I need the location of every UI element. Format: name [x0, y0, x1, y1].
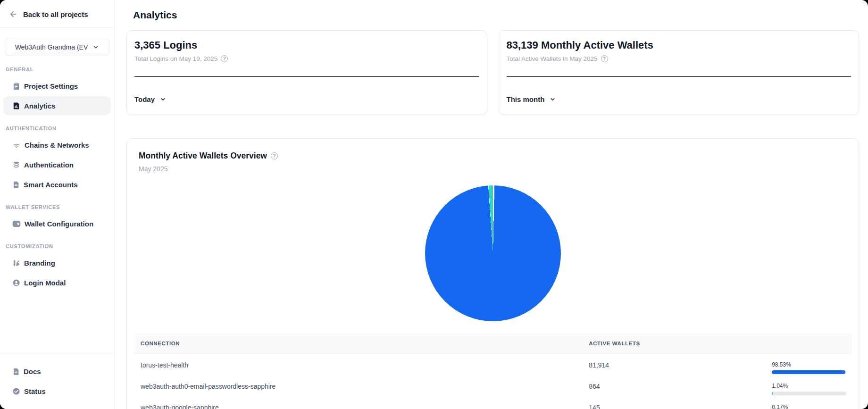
active-wallets-range-value: This month — [507, 95, 545, 103]
web3auth-dashboard-window: Back to all projects Web3Auth Grandma (E… — [0, 0, 868, 409]
sidebar-item-label: Authentication — [24, 161, 74, 169]
percent-bar-track — [772, 392, 846, 395]
sidebar-item-status[interactable]: Status — [3, 382, 111, 401]
sidebar-item-label: Chains & Networks — [25, 141, 89, 149]
check-circle-icon — [12, 387, 20, 395]
connections-table: CONNECTION ACTIVE WALLETS torus-test-hea… — [134, 333, 851, 409]
percent-label: 1.04% — [772, 383, 846, 389]
chevron-down-icon — [160, 96, 166, 102]
help-icon[interactable]: ? — [221, 55, 228, 62]
sidebar-item-label: Docs — [24, 367, 41, 376]
back-to-projects-link[interactable]: Back to all projects — [0, 0, 114, 28]
percent-bar-fill — [772, 370, 845, 374]
table-header-row: CONNECTION ACTIVE WALLETS — [134, 333, 851, 354]
sidebar: Back to all projects Web3Auth Grandma (E… — [0, 0, 115, 409]
sidebar-item-project-settings[interactable]: Project Settings — [3, 76, 111, 95]
connection-name: web3auth-auth0-email-passwordless-sapphi… — [134, 383, 589, 390]
sidebar-item-label: Smart Accounts — [24, 181, 77, 189]
table-row: web3auth-auth0-email-passwordless-sapphi… — [134, 376, 851, 397]
active-wallets-metric-card: 83,139 Monthly Active Wallets Total Acti… — [499, 30, 860, 115]
active-wallets-count: 864 — [589, 383, 772, 390]
project-selector-dropdown[interactable]: Web3Auth Grandma (EV — [5, 38, 109, 56]
sidebar-item-label: Wallet Configuration — [25, 220, 93, 228]
active-wallets-pie-chart — [425, 185, 561, 321]
section-label-authentication: AUTHENTICATION — [6, 125, 108, 131]
section-label-customization: CUSTOMIZATION — [6, 243, 108, 249]
sidebar-nav: GENERAL Project Settings Analytics AUTHE… — [0, 56, 114, 354]
help-icon[interactable]: ? — [601, 55, 608, 62]
connection-name: torus-test-health — [134, 361, 589, 369]
chart-title: Monthly Active Wallets Overview — [139, 151, 267, 161]
database-icon — [12, 161, 20, 169]
sidebar-item-docs[interactable]: Docs — [3, 362, 111, 381]
docs-icon — [12, 367, 20, 376]
help-icon[interactable]: ? — [271, 152, 278, 159]
sidebar-item-label: Project Settings — [24, 82, 78, 90]
section-label-general: GENERAL — [6, 67, 108, 72]
active-wallets-count: 145 — [589, 404, 772, 409]
column-header-connection: CONNECTION — [134, 341, 589, 346]
percent-label: 98.53% — [772, 361, 846, 368]
monthly-active-wallets-overview-card: Monthly Active Wallets Overview ? May 20… — [126, 138, 859, 409]
section-label-wallet-services: WALLET SERVICES — [6, 204, 108, 210]
branding-paint-icon — [12, 259, 20, 267]
table-row: web3auth-google-sapphire 145 0.17% — [134, 397, 851, 409]
connection-name: web3auth-google-sapphire — [134, 404, 589, 409]
sidebar-item-chains-networks[interactable]: Chains & Networks — [3, 135, 111, 154]
logins-range-value: Today — [134, 95, 155, 103]
wifi-icon — [12, 141, 21, 149]
sidebar-item-smart-accounts[interactable]: Smart Accounts — [3, 175, 111, 194]
chevron-down-icon — [92, 44, 99, 50]
sidebar-item-label: Branding — [24, 259, 55, 267]
sidebar-item-login-modal[interactable]: Login Modal — [3, 273, 111, 292]
project-selector-value: Web3Auth Grandma (EV — [15, 43, 88, 51]
sidebar-item-wallet-configuration[interactable]: Wallet Configuration — [3, 214, 111, 233]
logins-range-dropdown[interactable]: Today — [134, 95, 166, 103]
chart-period-label: May 2025 — [139, 165, 851, 173]
user-circle-icon — [12, 279, 20, 287]
logins-metric-card: 3,365 Logins Total Logins on May 19, 202… — [126, 30, 487, 115]
metric-cards-row: 3,365 Logins Total Logins on May 19, 202… — [126, 30, 859, 115]
percent-bar-track — [772, 370, 846, 374]
active-wallets-metric-subtitle: Total Active Wallets in May 2025 — [507, 55, 598, 62]
card-divider — [507, 76, 851, 77]
page-title: Analytics — [133, 9, 859, 21]
wallet-icon — [12, 220, 21, 227]
sidebar-footer: Docs Status — [0, 354, 114, 409]
bar-chart-icon — [12, 102, 20, 110]
active-wallets-range-dropdown[interactable]: This month — [507, 95, 556, 103]
logins-metric-value: 3,365 Logins — [134, 39, 479, 52]
active-wallets-metric-value: 83,139 Monthly Active Wallets — [507, 39, 851, 52]
card-divider — [134, 76, 479, 77]
clipboard-icon — [12, 82, 20, 90]
active-wallets-count: 81,914 — [589, 361, 772, 369]
logins-metric-subtitle: Total Logins on May 19, 2025 — [134, 55, 217, 62]
percent-label: 0.17% — [772, 404, 846, 409]
back-link-label: Back to all projects — [23, 10, 88, 18]
sidebar-item-analytics[interactable]: Analytics — [3, 96, 111, 115]
sidebar-item-authentication[interactable]: Authentication — [3, 155, 111, 174]
column-header-active-wallets: ACTIVE WALLETS — [589, 341, 772, 346]
chevron-down-icon — [550, 96, 556, 102]
sidebar-item-label: Login Modal — [24, 279, 66, 287]
arrow-left-icon — [9, 10, 17, 18]
percent-bar-fill — [772, 392, 773, 395]
sidebar-item-branding[interactable]: Branding — [3, 253, 111, 272]
sidebar-item-label: Analytics — [24, 102, 56, 110]
sidebar-item-label: Status — [24, 387, 46, 395]
main-content: Analytics 3,365 Logins Total Logins on M… — [115, 0, 868, 409]
document-icon — [12, 181, 20, 189]
table-row: torus-test-health 81,914 98.53% — [134, 354, 851, 376]
